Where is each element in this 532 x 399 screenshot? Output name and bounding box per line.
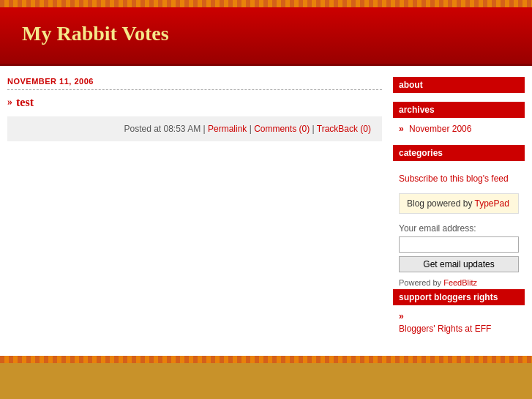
typepad-text: Blog bbox=[407, 198, 424, 209]
feedblitz-link[interactable]: FeedBlitz bbox=[443, 278, 477, 287]
subscribe-link[interactable]: Subscribe to this blog's feed bbox=[399, 174, 509, 184]
support-section: support bloggers rights » Bloggers' Righ… bbox=[393, 289, 525, 336]
typepad-box: Blog powered by TypePad bbox=[399, 193, 519, 214]
permalink-link[interactable]: Permalink bbox=[208, 124, 247, 134]
archives-heading[interactable]: archives bbox=[393, 102, 525, 118]
typepad-link[interactable]: TypePad bbox=[475, 198, 509, 209]
archives-arrow: » bbox=[399, 124, 404, 134]
support-content: » Bloggers' Rights at EFF bbox=[393, 309, 525, 336]
eff-arrow: » bbox=[399, 311, 404, 321]
subscribe-section: Subscribe to this blog's feed bbox=[393, 170, 525, 187]
post: NOVEMBER 11, 2006 » test Posted at 08:53… bbox=[7, 77, 382, 141]
sidebar: about archives » November 2006 categorie… bbox=[393, 77, 525, 345]
email-label: Your email address: bbox=[399, 223, 519, 234]
email-button[interactable]: Get email updates bbox=[399, 256, 519, 272]
site-header: My Rabbit Votes bbox=[0, 7, 532, 66]
support-label: support bloggers rights bbox=[399, 292, 498, 302]
post-meta: Posted at 08:53 AM | Permalink | Comment… bbox=[18, 124, 371, 134]
top-stripe bbox=[0, 0, 532, 7]
eff-link[interactable]: Bloggers' Rights at EFF bbox=[399, 324, 491, 334]
email-section: Your email address: Get email updates bbox=[393, 220, 525, 276]
november-2006-link[interactable]: November 2006 bbox=[409, 124, 471, 134]
post-title: » test bbox=[7, 96, 382, 109]
main-wrapper: NOVEMBER 11, 2006 » test Posted at 08:53… bbox=[0, 66, 532, 356]
support-heading[interactable]: support bloggers rights bbox=[393, 289, 525, 305]
trackback-link[interactable]: TrackBack (0) bbox=[317, 124, 371, 134]
categories-heading[interactable]: categories bbox=[393, 145, 525, 161]
about-label: about bbox=[399, 80, 423, 90]
bottom-stripe bbox=[0, 356, 532, 363]
sidebar-categories-section: categories bbox=[393, 145, 525, 161]
post-title-text: test bbox=[16, 96, 34, 109]
post-body: Posted at 08:53 AM | Permalink | Comment… bbox=[7, 116, 382, 141]
post-title-arrow: » bbox=[7, 97, 12, 108]
sidebar-about-section: about bbox=[393, 77, 525, 93]
feedblitz-section: Powered by FeedBlitz bbox=[393, 276, 525, 289]
powered-by-text: Powered by bbox=[399, 278, 441, 287]
site-title: My Rabbit Votes bbox=[22, 22, 510, 45]
archives-label: archives bbox=[399, 105, 435, 115]
email-input[interactable] bbox=[399, 236, 519, 253]
sidebar-archives-section: archives » November 2006 bbox=[393, 102, 525, 136]
comments-link[interactable]: Comments (0) bbox=[254, 124, 310, 134]
post-date: NOVEMBER 11, 2006 bbox=[7, 77, 382, 86]
archives-content: » November 2006 bbox=[393, 122, 525, 136]
post-time: Posted at 08:53 AM bbox=[124, 124, 201, 134]
about-heading[interactable]: about bbox=[393, 77, 525, 93]
typepad-powered: powered by bbox=[427, 198, 474, 209]
categories-label: categories bbox=[399, 148, 443, 158]
content-area: NOVEMBER 11, 2006 » test Posted at 08:53… bbox=[7, 77, 382, 345]
post-divider bbox=[7, 89, 382, 90]
